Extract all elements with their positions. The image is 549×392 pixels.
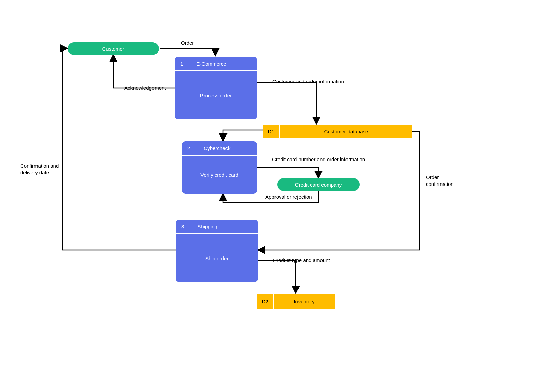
- flow-cc-number-order-info: Credit card number and order information: [272, 156, 365, 163]
- entity-customer-label: Customer: [102, 46, 124, 52]
- process-3-title: Shipping: [193, 224, 253, 229]
- process-2-title: Cybercheck: [199, 145, 252, 151]
- entity-customer: Customer: [68, 42, 159, 55]
- process-1-number: 1: [180, 61, 183, 67]
- process-1-body: Process order: [200, 93, 232, 98]
- process-1: 1 E-Commerce Process order: [175, 57, 257, 119]
- process-3: 3 Shipping Ship order: [176, 220, 258, 282]
- process-2: 2 Cybercheck Verify credit card: [182, 141, 257, 194]
- datastore-d1-label: Customer database: [280, 129, 412, 134]
- entity-credit-card-company: Credit card company: [277, 178, 360, 191]
- process-3-number: 3: [181, 224, 184, 229]
- entity-credit-card-company-label: Credit card company: [295, 182, 342, 188]
- flow-approval-rejection: Approval or rejection: [265, 194, 312, 200]
- flow-confirmation-delivery: Confirmation and delivery date: [20, 163, 59, 176]
- diagram-canvas: Customer 1 E-Commerce Process order D1 C…: [0, 0, 549, 392]
- flow-acknowledgement: Acknowledgement: [124, 84, 166, 91]
- datastore-d2: D2 Inventory: [257, 294, 335, 309]
- datastore-d2-label: Inventory: [274, 299, 335, 304]
- datastore-d1-id: D1: [263, 125, 280, 138]
- process-2-number: 2: [187, 145, 190, 151]
- flow-product-amount: Product type and amount: [273, 257, 330, 264]
- process-3-body: Ship order: [205, 255, 229, 261]
- flow-order-confirmation: Order confirmation: [426, 174, 454, 187]
- datastore-d2-id: D2: [257, 294, 274, 309]
- process-1-title: E-Commerce: [192, 61, 252, 67]
- datastore-d1: D1 Customer database: [263, 125, 412, 138]
- flow-order: Order: [181, 40, 194, 46]
- process-2-body: Verify credit card: [200, 172, 238, 178]
- flow-customer-order-info: Customer and order information: [272, 78, 344, 85]
